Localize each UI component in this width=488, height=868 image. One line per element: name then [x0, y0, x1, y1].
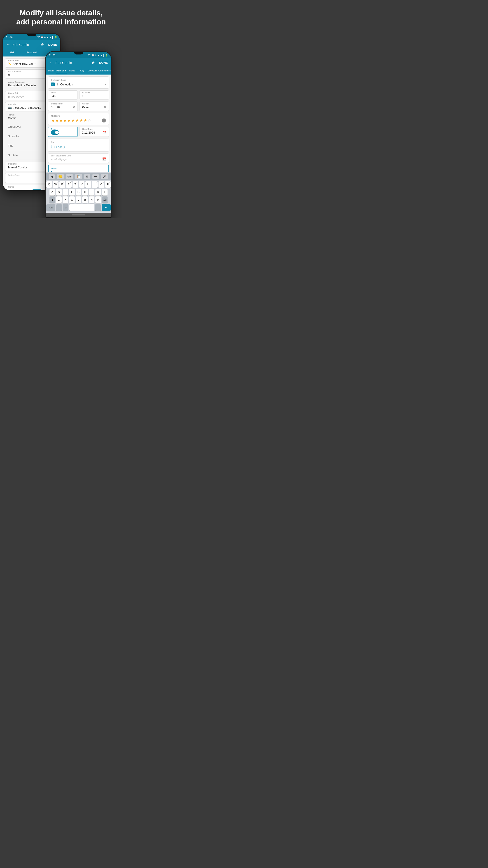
my-rating-field: My Rating ★ ★ ★ ★ ★ ★ ★ ★ ★ ☆ ✕ [48, 113, 109, 125]
key-y[interactable]: Y6 [79, 181, 85, 188]
delete-button-front[interactable]: 🗑 [92, 61, 95, 65]
shield-icon-front: 🛡 [88, 54, 91, 57]
kb-gif-btn[interactable]: GIF [66, 174, 73, 179]
tab-creators-front[interactable]: Creators [87, 67, 98, 74]
barcode-value[interactable]: 75960620785500911 [13, 106, 41, 110]
read-it-toggle[interactable] [51, 130, 59, 135]
star-4[interactable]: ★ [63, 118, 67, 123]
bag-board-value[interactable]: mm/dd/yyyy [51, 158, 67, 161]
key-i[interactable]: I8 [92, 181, 98, 188]
key-w[interactable]: W2 [53, 181, 59, 188]
key-shift[interactable]: ⬆ [50, 196, 55, 203]
series-title-value[interactable]: Spider-Boy, Vol. 1 [13, 62, 36, 66]
tab-personal-back[interactable]: Personal [22, 49, 41, 56]
genre-add-btn[interactable]: + Add [31, 189, 42, 190]
index-value[interactable]: 2483 [51, 94, 57, 98]
stars-row: ★ ★ ★ ★ ★ ★ ★ ★ ★ ☆ ✕ [51, 118, 106, 123]
issue-number-value[interactable]: 9 [8, 73, 10, 76]
key-num-switch[interactable]: ?123 [46, 204, 55, 211]
status-time-back: 11:24 [6, 36, 12, 38]
cover-date-value[interactable]: mm/dd/yyyy [8, 95, 24, 98]
quantity-value[interactable]: 1 [82, 94, 84, 98]
key-a[interactable]: A [50, 189, 55, 195]
owner-label: Owner [83, 103, 89, 105]
key-r[interactable]: R4 [66, 181, 72, 188]
done-button-back[interactable]: DONE [48, 43, 57, 46]
key-o[interactable]: O9 [98, 181, 104, 188]
notes-field[interactable]: Notes [48, 165, 109, 172]
star-3[interactable]: ★ [59, 118, 63, 123]
tag-add-btn[interactable]: + + Add [51, 145, 65, 149]
back-button-back[interactable]: ← [6, 42, 10, 47]
camera-icon[interactable]: 📷 [8, 106, 12, 110]
tab-personal-front[interactable]: Personal [56, 67, 67, 74]
owner-clear[interactable]: ✕ [104, 105, 106, 109]
collection-dropdown-icon[interactable]: ▾ [105, 83, 106, 86]
star-6[interactable]: ★ [71, 118, 75, 123]
read-date-value[interactable]: 7/11/2024 [82, 131, 95, 134]
key-q[interactable]: Q1 [46, 181, 52, 188]
done-button-front[interactable]: DONE [99, 61, 108, 64]
kb-clipboard-btn[interactable]: 📋 [75, 174, 82, 179]
key-p[interactable]: P0 [105, 181, 111, 188]
calendar-icon-bag[interactable]: 📅 [102, 157, 106, 161]
key-f[interactable]: F [69, 189, 75, 195]
bottom-nav [46, 213, 111, 217]
back-button-front[interactable]: ← [49, 60, 53, 65]
key-n[interactable]: N [89, 196, 94, 203]
key-b[interactable]: B [82, 196, 88, 203]
star-9[interactable]: ★ [84, 118, 87, 123]
key-j[interactable]: J [89, 189, 94, 195]
key-delete[interactable]: ⌫ [102, 196, 107, 203]
kb-more-btn[interactable]: ••• [92, 174, 99, 179]
storage-box-label: Storage Box [51, 103, 63, 105]
key-m[interactable]: M [95, 196, 101, 203]
star-5[interactable]: ★ [67, 118, 71, 123]
key-comma[interactable]: , [56, 204, 62, 211]
battery-icon-front: 🔋 [105, 54, 108, 57]
calendar-icon-read[interactable]: 📅 [103, 131, 106, 134]
star-7[interactable]: ★ [75, 118, 79, 123]
tab-main-back[interactable]: Main [3, 49, 22, 56]
star-1[interactable]: ★ [51, 118, 55, 123]
key-d[interactable]: D [63, 189, 68, 195]
key-s[interactable]: S [56, 189, 62, 195]
app-bar-front: ← Edit Comic 🗑 DONE [46, 58, 111, 67]
tab-key-front[interactable]: Key [77, 67, 87, 74]
key-emoji-main[interactable]: ☺ [63, 204, 68, 211]
kb-mic-btn[interactable]: 🎤 [101, 174, 108, 179]
key-h[interactable]: H [82, 189, 88, 195]
tab-value-front[interactable]: Value [67, 67, 77, 74]
storage-box-value[interactable]: Box 98 [51, 105, 60, 109]
key-c[interactable]: C [69, 196, 75, 203]
delete-button-back[interactable]: 🗑 [41, 43, 44, 46]
star-2[interactable]: ★ [55, 118, 59, 123]
kb-emoji-btn[interactable]: 🙂 [57, 174, 64, 179]
key-enter[interactable]: ↵ [102, 204, 111, 211]
hero-line1: Modify all issue details, [20, 8, 102, 17]
clear-rating-btn[interactable]: ✕ [102, 119, 106, 123]
key-l[interactable]: L [102, 189, 107, 195]
key-x[interactable]: X [63, 196, 68, 203]
tab-characters-front[interactable]: Characters [98, 67, 111, 74]
key-e[interactable]: E3 [59, 181, 65, 188]
kb-settings-btn[interactable]: ⚙ [84, 174, 90, 179]
kb-back-btn[interactable]: ◀ [49, 174, 55, 179]
owner-value[interactable]: Peter [82, 105, 89, 109]
key-v[interactable]: V [76, 196, 81, 203]
star-10[interactable]: ☆ [88, 118, 91, 123]
key-period[interactable]: . [95, 204, 101, 211]
collection-checkbox[interactable]: ✓ [51, 83, 55, 86]
key-k[interactable]: K [95, 189, 101, 195]
key-space[interactable] [69, 204, 94, 211]
wifi-icon-back: ▲ [46, 36, 49, 38]
key-z[interactable]: Z [56, 196, 62, 203]
hero-headline: Modify all issue details, add personal i… [9, 0, 112, 33]
star-8[interactable]: ★ [79, 118, 83, 123]
tab-main-front[interactable]: Main [46, 67, 56, 74]
key-u[interactable]: U7 [86, 181, 91, 188]
key-t[interactable]: T5 [72, 181, 78, 188]
storage-box-clear[interactable]: ✕ [72, 105, 75, 109]
publisher-value[interactable]: Marvel Comics [8, 166, 28, 169]
key-g[interactable]: G [76, 189, 81, 195]
